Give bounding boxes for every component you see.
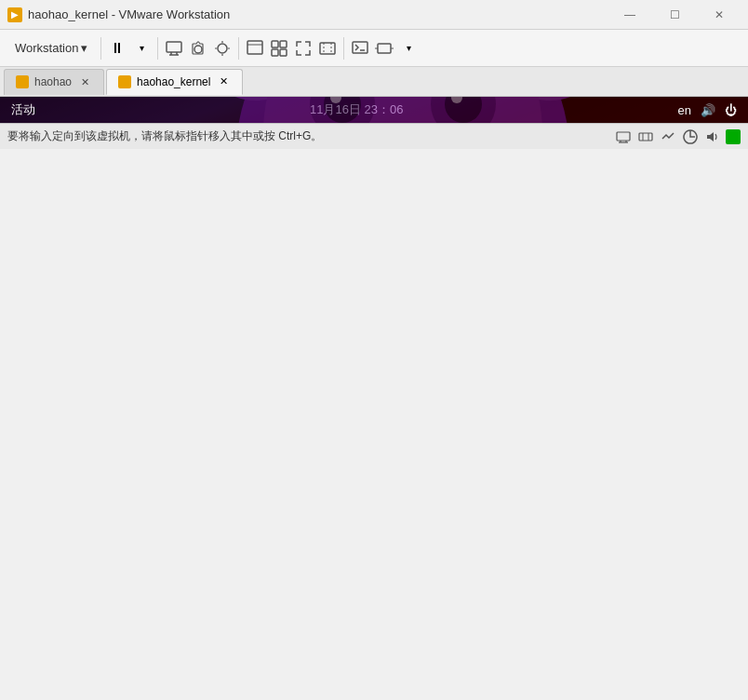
tabs-bar: haohao ✕ haohao_kernel ✕ bbox=[0, 67, 748, 97]
svg-rect-8 bbox=[272, 41, 278, 47]
status-connection-indicator bbox=[726, 129, 741, 144]
svg-point-4 bbox=[194, 46, 202, 53]
status-icon-4[interactable] bbox=[681, 128, 700, 146]
svg-rect-11 bbox=[280, 49, 287, 56]
svg-point-5 bbox=[218, 44, 227, 53]
normal-view-icon[interactable] bbox=[245, 38, 265, 59]
workstation-label: Workstation bbox=[15, 41, 78, 55]
vm-display-wrapper: 活动 11月16日 23：06 en 🔊 ⏻ bbox=[0, 97, 748, 123]
svg-rect-9 bbox=[280, 41, 287, 47]
fullscreen-icon[interactable] bbox=[293, 38, 314, 59]
svg-rect-15 bbox=[353, 42, 367, 53]
toolbar-separator-1 bbox=[100, 37, 101, 60]
stretch-icon[interactable] bbox=[374, 38, 394, 59]
title-bar-left: ▶ haohao_kernel - VMware Workstation bbox=[7, 7, 230, 22]
toolbar-separator-4 bbox=[343, 37, 344, 60]
svg-rect-6 bbox=[247, 41, 262, 54]
svg-rect-17 bbox=[378, 44, 391, 53]
workstation-menu-button[interactable]: Workstation ▾ bbox=[7, 37, 95, 59]
snapshot-manager-icon[interactable] bbox=[212, 38, 233, 59]
toolbar-separator-2 bbox=[157, 37, 158, 60]
pause-button[interactable]: ⏸ bbox=[107, 38, 127, 59]
ubuntu-topbar-right: en 🔊 ⏻ bbox=[678, 103, 737, 117]
console-icon[interactable] bbox=[350, 38, 370, 59]
status-message: 要将输入定向到该虚拟机，请将鼠标指针移入其中或按 Ctrl+G。 bbox=[7, 128, 322, 144]
tab-haohao-label: haohao bbox=[34, 75, 72, 88]
tab-haohao-close[interactable]: ✕ bbox=[77, 74, 92, 89]
svg-rect-12 bbox=[320, 43, 335, 54]
svg-rect-53 bbox=[639, 133, 652, 141]
ubuntu-datetime: 11月16日 23：06 bbox=[310, 101, 403, 118]
toolbar-separator-3 bbox=[238, 37, 239, 60]
tab-haohao-icon bbox=[16, 75, 29, 88]
stretch-dropdown[interactable]: ▾ bbox=[398, 38, 419, 59]
ubuntu-activity-button[interactable]: 活动 bbox=[11, 101, 35, 118]
window-title: haohao_kernel - VMware Workstation bbox=[28, 7, 230, 21]
svg-rect-49 bbox=[617, 132, 630, 141]
tab-haohao-kernel-label: haohao_kernel bbox=[137, 75, 210, 88]
status-icon-2[interactable] bbox=[636, 128, 655, 146]
maximize-button[interactable]: ☐ bbox=[653, 0, 696, 30]
status-icon-3[interactable] bbox=[659, 128, 677, 146]
svg-rect-0 bbox=[167, 42, 181, 52]
vm-display-area[interactable]: 活动 11月16日 23：06 en 🔊 ⏻ bbox=[0, 97, 748, 123]
ubuntu-topbar: 活动 11月16日 23：06 en 🔊 ⏻ bbox=[0, 97, 748, 123]
ubuntu-volume-icon[interactable]: 🔊 bbox=[701, 103, 715, 117]
autofit-icon[interactable] bbox=[317, 38, 338, 59]
vmware-icon: ▶ bbox=[7, 7, 22, 22]
minimize-button[interactable]: — bbox=[608, 0, 651, 30]
title-bar-controls: — ☐ ✕ bbox=[608, 0, 741, 30]
tab-haohao[interactable]: haohao ✕ bbox=[4, 69, 104, 95]
tab-haohao-kernel-icon bbox=[118, 75, 131, 88]
status-bar-right bbox=[614, 128, 741, 146]
snapshot-icon[interactable] bbox=[188, 38, 208, 59]
pause-dropdown[interactable]: ▾ bbox=[131, 38, 152, 59]
ubuntu-power-icon[interactable]: ⏻ bbox=[725, 103, 737, 117]
vm-settings-icon[interactable] bbox=[164, 38, 184, 59]
tab-haohao-kernel[interactable]: haohao_kernel ✕ bbox=[106, 69, 243, 95]
status-icon-1[interactable] bbox=[614, 128, 633, 146]
close-button[interactable]: ✕ bbox=[698, 0, 741, 30]
status-volume-icon[interactable] bbox=[703, 128, 722, 146]
status-bar: 要将输入定向到该虚拟机，请将鼠标指针移入其中或按 Ctrl+G。 bbox=[0, 123, 748, 149]
ubuntu-lang-indicator[interactable]: en bbox=[678, 103, 691, 117]
tab-haohao-kernel-close[interactable]: ✕ bbox=[216, 74, 231, 89]
title-bar: ▶ haohao_kernel - VMware Workstation — ☐… bbox=[0, 0, 748, 30]
svg-rect-10 bbox=[272, 49, 278, 56]
workstation-dropdown-arrow: ▾ bbox=[81, 41, 87, 55]
unity-view-icon[interactable] bbox=[269, 38, 289, 59]
toolbar: Workstation ▾ ⏸ ▾ bbox=[0, 30, 748, 67]
